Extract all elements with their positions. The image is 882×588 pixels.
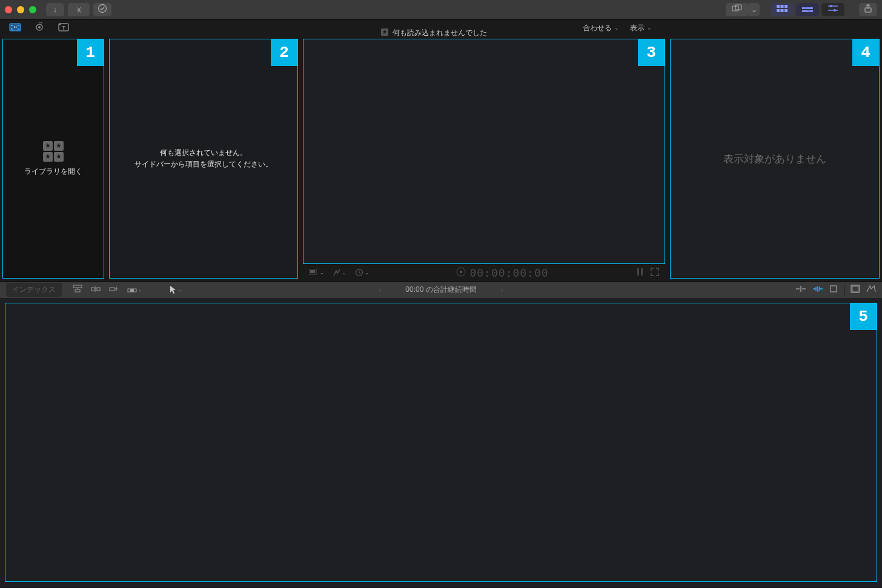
arrange-workspace-button[interactable]	[726, 3, 749, 16]
svg-rect-11	[802, 10, 809, 12]
timeline-history-forward[interactable]: ›	[501, 286, 503, 294]
svg-rect-40	[110, 288, 114, 291]
browser-empty-line1: 何も選択されていません。	[134, 147, 273, 159]
toggle-timeline-button[interactable]	[796, 3, 819, 16]
fullscreen-icon[interactable]	[651, 268, 659, 278]
workspace-layout-group: ⌄	[726, 3, 760, 16]
divider	[844, 285, 844, 296]
open-library-button[interactable]: ★★★★ ライブラリを開く	[24, 141, 82, 177]
audio-skimming-toggle[interactable]	[812, 285, 823, 295]
share-icon	[864, 4, 872, 15]
photos-icon	[33, 22, 45, 35]
svg-text:T: T	[62, 25, 65, 31]
timeline-index-button[interactable]: インデックス	[6, 283, 62, 297]
svg-rect-39	[97, 288, 100, 291]
svg-point-0	[99, 5, 107, 13]
insert-clip-button[interactable]	[90, 285, 102, 295]
viewer-toolbar: ⌄ ⌄ ⌄ 00:00:00:00	[303, 264, 665, 281]
inspector-empty-message: 表示対象がありません	[723, 152, 826, 166]
viewer-effects-menu[interactable]: ⌄	[333, 268, 346, 277]
toggle-inspector-button[interactable]	[821, 3, 844, 16]
svg-rect-30	[310, 270, 315, 273]
keyword-editor-button[interactable]: ⚹	[68, 3, 90, 16]
viewer-layout-menu[interactable]: ⌄	[309, 269, 324, 276]
download-icon: ↓	[53, 5, 58, 14]
timeline-title-bar: ‹ 00:00 の合計継続時間 ›	[379, 285, 503, 295]
browser-empty-message: 何も選択されていません。 サイドバーから項目を選択してください。	[134, 147, 273, 170]
library-sidebar-panel: 1 ★★★★ ライブラリを開く	[0, 36, 107, 281]
panel-toggle-group	[771, 3, 844, 16]
library-grid-icon: ★★★★	[43, 141, 64, 162]
svg-rect-34	[641, 268, 643, 276]
arrange-workspace-menu[interactable]: ⌄	[749, 3, 760, 16]
chevron-down-icon: ⌄	[138, 287, 142, 292]
snapping-toggle[interactable]	[829, 285, 838, 295]
viewer-view-label: 表示	[630, 23, 645, 33]
background-tasks-button[interactable]	[93, 3, 111, 16]
overwrite-clip-button[interactable]: ⌄	[126, 286, 144, 294]
viewer-view-menu[interactable]: 表示 ⌄	[630, 23, 652, 33]
append-clip-button[interactable]	[108, 285, 120, 295]
annotation-badge-3: 3	[638, 39, 665, 66]
chevron-down-icon: ⌄	[647, 25, 652, 31]
photos-audio-sidebar-tab[interactable]	[30, 21, 48, 35]
svg-rect-35	[73, 285, 82, 288]
grid-icon	[777, 5, 788, 14]
svg-rect-4	[781, 5, 784, 8]
inspector-panel: 4 表示対象がありません	[668, 36, 882, 281]
timeline-bars-icon	[802, 5, 813, 14]
overlap-windows-icon	[732, 4, 743, 15]
play-button[interactable]	[456, 267, 466, 279]
titles-icon: T	[58, 22, 70, 35]
media-sidebar-tab[interactable]	[6, 21, 24, 35]
svg-point-16	[834, 9, 836, 12]
svg-point-24	[38, 26, 41, 28]
svg-rect-33	[637, 268, 639, 276]
open-library-label: ライブラリを開く	[24, 167, 82, 177]
transitions-browser-toggle[interactable]	[866, 285, 876, 295]
viewer-panel[interactable]: 3	[303, 39, 665, 264]
titlebar: ↓ ⚹ ⌄	[0, 0, 882, 19]
filmstrip-icon	[9, 22, 21, 35]
annotation-badge-1: 1	[77, 39, 104, 66]
import-button[interactable]: ↓	[46, 3, 64, 16]
svg-rect-6	[777, 9, 780, 12]
annotation-badge-5: 5	[850, 303, 877, 330]
close-window-button[interactable]	[5, 6, 12, 13]
browser-empty-line2: サイドバーから項目を選択してください。	[134, 159, 273, 170]
viewer-zoom-label: 合わせる	[583, 23, 612, 33]
key-icon: ⚹	[76, 5, 82, 15]
subheader: T 何も読み込まれませんでした 合わせる ⌄ 表示 ⌄	[0, 19, 882, 36]
svg-point-27	[59, 23, 61, 25]
browser-panel: 2 何も選択されていません。 サイドバーから項目を選択してください。	[107, 36, 300, 281]
svg-rect-12	[809, 10, 813, 12]
select-tool-button[interactable]: ⌄	[168, 285, 183, 295]
svg-rect-5	[784, 5, 788, 8]
titles-sidebar-tab[interactable]: T	[55, 21, 73, 35]
audio-meter-icon[interactable]	[636, 267, 645, 279]
svg-rect-10	[806, 7, 813, 9]
svg-rect-20	[11, 28, 13, 30]
svg-rect-7	[781, 9, 784, 12]
viewer-retime-menu[interactable]: ⌄	[355, 268, 369, 277]
zoom-window-button[interactable]	[29, 6, 36, 13]
annotation-badge-2: 2	[271, 39, 297, 66]
skimming-toggle[interactable]	[795, 285, 806, 295]
timeline-header: インデックス ⌄ ⌄ ‹ 00:00 の合計継続時間 ›	[0, 281, 882, 298]
viewer-timecode[interactable]: 00:00:00:00	[469, 266, 548, 279]
svg-rect-18	[10, 24, 21, 31]
timeline-index-label: インデックス	[12, 285, 56, 294]
svg-rect-38	[91, 288, 94, 291]
svg-rect-21	[18, 25, 19, 26]
effects-browser-toggle[interactable]	[850, 285, 860, 295]
minimize-window-button[interactable]	[17, 6, 24, 13]
toggle-browser-button[interactable]	[771, 3, 794, 16]
svg-point-14	[830, 5, 832, 7]
chevron-down-icon: ⌄	[177, 287, 182, 292]
viewer-zoom-menu[interactable]: 合わせる ⌄	[583, 23, 619, 33]
timeline-history-back[interactable]: ‹	[379, 286, 381, 294]
share-button[interactable]	[859, 3, 877, 16]
connect-clip-button[interactable]	[71, 285, 84, 295]
svg-rect-42	[130, 289, 134, 292]
timeline-panel[interactable]: 5	[0, 298, 882, 587]
